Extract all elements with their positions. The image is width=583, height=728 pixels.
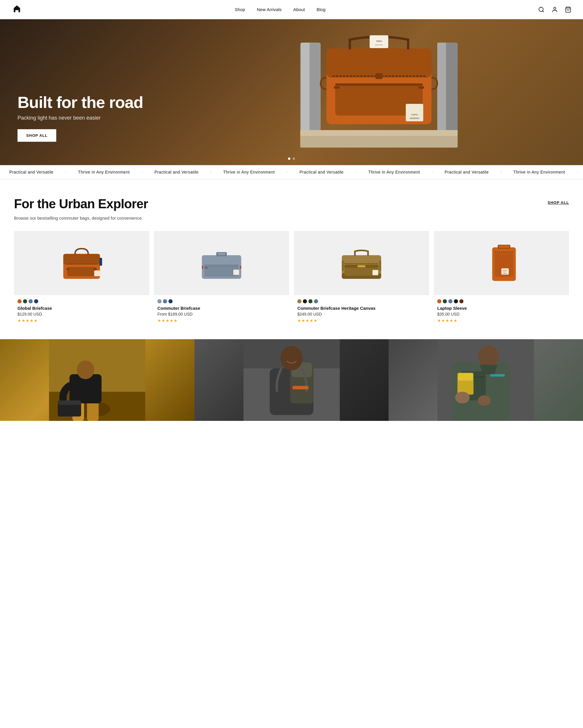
svg-text:DESIGNS: DESIGNS — [375, 44, 383, 46]
header: Shop New Arrivals About Blog — [0, 0, 583, 19]
nav-blog[interactable]: Blog — [316, 7, 326, 12]
bottom-image-2-svg — [194, 339, 389, 421]
swatch-black[interactable] — [454, 299, 458, 303]
swatch-orange[interactable] — [437, 299, 441, 303]
product-image-0 — [14, 231, 149, 295]
account-button[interactable] — [552, 6, 558, 13]
main-nav: Shop New Arrivals About Blog — [235, 7, 325, 12]
svg-rect-30 — [94, 271, 101, 277]
search-button[interactable] — [538, 6, 545, 13]
bottom-image-2[interactable] — [194, 339, 389, 421]
svg-rect-15 — [376, 73, 383, 79]
svg-rect-59 — [503, 273, 507, 274]
svg-rect-40 — [233, 270, 239, 275]
product-card-0[interactable]: Global Briefcase $129.00 USD ★★★★★ — [14, 231, 149, 328]
product-name-2: Commuter Briefcase Heritage Canvas — [297, 306, 425, 311]
product-name-1: Commuter Briefcase — [158, 306, 286, 311]
svg-point-77 — [280, 346, 303, 370]
cart-icon — [565, 6, 571, 13]
hero-cta-button[interactable]: SHOP ALL — [18, 129, 56, 142]
section-subtitle: Browse our bestselling commuter bags, de… — [14, 215, 569, 220]
bottom-image-1-svg — [0, 339, 194, 421]
svg-rect-58 — [503, 271, 507, 272]
bottom-images-section — [0, 339, 583, 421]
svg-rect-48 — [372, 270, 378, 275]
swatch-brown[interactable] — [460, 299, 464, 303]
product-name-0: Global Briefcase — [18, 306, 146, 311]
svg-rect-9 — [300, 130, 457, 136]
nav-about[interactable]: About — [293, 7, 305, 12]
bottom-image-1[interactable] — [0, 339, 194, 421]
swatch-navy[interactable] — [168, 299, 172, 303]
swatch-blue[interactable] — [163, 299, 167, 303]
swatch-black[interactable] — [303, 299, 307, 303]
swatch-blue[interactable] — [314, 299, 318, 303]
svg-text:TOPO: TOPO — [411, 113, 418, 116]
svg-rect-88 — [490, 374, 505, 376]
svg-point-1 — [539, 7, 543, 11]
swatch-navy[interactable] — [34, 299, 38, 303]
ticker-item-7: Practical and Versatile — [435, 170, 498, 175]
nav-shop[interactable]: Shop — [235, 7, 245, 12]
section-title-group: For the Urban Explorer — [14, 197, 148, 211]
swatch-tan[interactable] — [297, 299, 301, 303]
product-swatches-1 — [158, 299, 286, 303]
ticker-bar: Practical and Versatile · Thrive in Any … — [0, 165, 583, 179]
bottom-image-3[interactable] — [389, 339, 583, 421]
nav-new-arrivals[interactable]: New Arrivals — [257, 7, 282, 12]
swatch-green[interactable] — [23, 299, 27, 303]
hero-subtitle: Packing light has never been easier — [18, 115, 143, 121]
swatch-orange[interactable] — [18, 299, 22, 303]
svg-rect-50 — [379, 260, 381, 271]
svg-rect-57 — [503, 270, 507, 271]
ticker-item-3: Practical and Versatile — [145, 170, 208, 175]
swatch-green[interactable] — [308, 299, 312, 303]
svg-text:DESIGNS: DESIGNS — [410, 117, 419, 119]
cart-button[interactable] — [565, 6, 571, 13]
product-stars-0: ★★★★★ — [18, 318, 146, 323]
products-grid: Global Briefcase $129.00 USD ★★★★★ — [14, 231, 569, 328]
shop-all-link[interactable]: SHOP ALL — [548, 200, 569, 205]
swatch-blue[interactable] — [29, 299, 33, 303]
svg-rect-53 — [499, 245, 509, 248]
logo-icon — [12, 4, 22, 15]
hero-dot-1[interactable] — [288, 157, 290, 160]
svg-rect-31 — [100, 258, 102, 266]
svg-rect-38 — [202, 266, 203, 269]
product-swatches-2 — [297, 299, 425, 303]
svg-rect-28 — [66, 268, 70, 270]
svg-point-70 — [77, 361, 94, 379]
hero-image: TOPO DESIGNS TOPO DESIGNS — [175, 19, 583, 165]
ticker-item-2: Thrive in Any Environment — [69, 170, 139, 175]
ticker-item-1: Practical and Versatile — [0, 170, 63, 175]
product-price-1: From $189.00 USD — [158, 312, 286, 316]
svg-rect-25 — [63, 254, 100, 264]
product-card-3[interactable]: Laptop Sleeve $35.00 USD ★★★★★ — [434, 231, 569, 328]
product-card-1[interactable]: Commuter Briefcase From $189.00 USD ★★★★… — [154, 231, 289, 328]
bottom-image-3-svg — [389, 339, 583, 421]
product-info-0: Global Briefcase $129.00 USD ★★★★★ — [14, 295, 149, 328]
svg-rect-56 — [501, 268, 509, 275]
product-info-3: Laptop Sleeve $35.00 USD ★★★★★ — [434, 295, 569, 328]
svg-rect-41 — [205, 267, 208, 269]
hero-dot-2[interactable] — [293, 157, 295, 160]
product-price-0: $129.00 USD — [18, 312, 146, 316]
swatch-gray[interactable] — [158, 299, 162, 303]
swatch-blue[interactable] — [448, 299, 452, 303]
svg-rect-13 — [335, 83, 423, 86]
product-name-3: Laptop Sleeve — [437, 306, 565, 311]
product-svg-1 — [195, 241, 248, 285]
product-image-3 — [434, 231, 569, 295]
logo[interactable] — [12, 4, 22, 15]
product-image-2 — [294, 231, 429, 295]
svg-point-0 — [16, 6, 18, 7]
product-svg-2 — [335, 241, 388, 285]
search-icon — [538, 6, 545, 13]
svg-rect-39 — [240, 266, 241, 269]
swatch-green[interactable] — [443, 299, 447, 303]
product-swatches-3 — [437, 299, 565, 303]
svg-rect-27 — [67, 267, 96, 277]
product-card-2[interactable]: Commuter Briefcase Heritage Canvas $249.… — [294, 231, 429, 328]
hero-title: Built for the road — [18, 93, 143, 111]
product-stars-1: ★★★★★ — [158, 318, 286, 323]
